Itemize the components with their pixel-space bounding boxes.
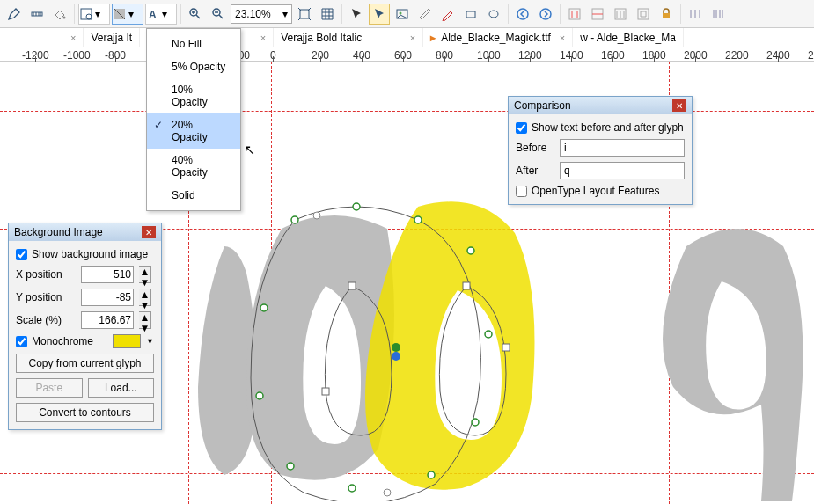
svg-point-27 (287, 463, 294, 470)
after-label: After (516, 164, 554, 177)
svg-point-11 (489, 11, 498, 18)
ruler-tool[interactable] (26, 4, 48, 25)
color-dd[interactable]: ▼ (146, 337, 154, 346)
fill-opacity-dropdown[interactable]: ▾ (112, 4, 143, 25)
panel-title: Background Image (14, 226, 103, 238)
panel-titlebar[interactable]: Background Image ✕ (9, 223, 161, 241)
scale-input[interactable]: 166.67 (81, 311, 134, 329)
tab-verajja-bold-italic[interactable]: Verajja Bold Italic× (274, 28, 423, 47)
measure-tool[interactable] (414, 4, 436, 25)
svg-rect-7 (300, 10, 309, 18)
rect-tool[interactable] (460, 4, 481, 25)
zoom-out-icon[interactable] (208, 4, 229, 25)
menu-item-5[interactable]: 5% Opacity (147, 55, 240, 78)
zoom-select[interactable]: 23.10%▾ (231, 4, 292, 24)
monochrome-checkbox[interactable]: Monochrome (16, 335, 107, 347)
glyph-q (660, 185, 814, 501)
zoom-in-icon[interactable] (185, 4, 206, 25)
scale-spinner[interactable]: ▲▼ (139, 311, 151, 329)
svg-text:A: A (149, 9, 157, 21)
toolbar: ▾ ▾ A▾ 23.10%▾ (0, 0, 814, 28)
shape-pointer-tool[interactable] (369, 4, 390, 25)
tab-label: Verajja Bold Italic (281, 32, 362, 44)
lock-icon[interactable] (656, 4, 677, 25)
svg-rect-17 (638, 9, 649, 19)
svg-point-9 (400, 11, 402, 14)
svg-point-29 (260, 304, 268, 311)
tab-w-alde[interactable]: w - Alde_Blacke_Ma (573, 28, 684, 47)
pointer-tool[interactable] (346, 4, 367, 25)
svg-point-21 (414, 216, 422, 223)
xpos-input[interactable]: 510 (81, 266, 134, 283)
bucket-tool[interactable] (49, 4, 70, 25)
check-icon: ✓ (154, 119, 163, 131)
tab-bar: × Verajja It Verajja Bold× Verajja Bold … (0, 28, 814, 47)
close-icon[interactable]: ✕ (142, 226, 156, 238)
svg-point-36 (392, 352, 400, 361)
ypos-label: Y position (16, 291, 76, 303)
background-image-panel: Background Image ✕ Show background image… (8, 223, 162, 430)
show-text-checkbox[interactable]: Show text before and after glyph (516, 121, 685, 134)
grid-toggle[interactable] (317, 4, 338, 25)
after-input[interactable]: q (560, 162, 685, 179)
tab-label: w - Alde_Blacke_Ma (580, 32, 676, 44)
svg-point-25 (428, 471, 435, 478)
metrics-4[interactable] (633, 4, 654, 25)
svg-rect-31 (463, 282, 470, 289)
panel-titlebar[interactable]: Comparison ✕ (509, 97, 692, 114)
svg-point-34 (384, 489, 391, 496)
forward-icon[interactable] (535, 4, 556, 25)
pen-tool[interactable] (4, 4, 25, 25)
convert-contours-button[interactable]: Convert to contours (16, 403, 154, 422)
svg-point-13 (540, 9, 551, 19)
kern-2[interactable] (708, 4, 729, 25)
ypos-input[interactable]: -85 (81, 289, 134, 306)
close-icon[interactable]: × (410, 33, 415, 43)
edit-tool[interactable] (437, 4, 458, 25)
fill-opacity-menu: No Fill 5% Opacity 10% Opacity ✓20% Opac… (146, 28, 241, 211)
panel-title: Comparison (514, 99, 571, 112)
before-input[interactable]: i (560, 139, 685, 157)
circle-tool[interactable] (483, 4, 504, 25)
back-icon[interactable] (512, 4, 533, 25)
close-icon[interactable]: × (260, 33, 266, 43)
menu-item-20[interactable]: ✓20% Opacity (147, 113, 240, 149)
preview-dropdown[interactable]: ▾ (78, 4, 110, 25)
kern-1[interactable] (685, 4, 706, 25)
ypos-spinner[interactable]: ▲▼ (139, 289, 151, 306)
svg-rect-10 (466, 11, 475, 18)
before-label: Before (516, 142, 554, 154)
fit-icon[interactable] (294, 4, 315, 25)
menu-item-40[interactable]: 40% Opacity (147, 149, 240, 184)
zoom-value: 23.10% (235, 8, 271, 20)
metrics-2[interactable] (587, 4, 608, 25)
svg-point-1 (63, 16, 66, 18)
opentype-checkbox[interactable]: OpenType Layout Features (516, 185, 685, 197)
tab-verajja-it[interactable]: Verajja It (84, 28, 140, 47)
svg-point-28 (256, 392, 263, 399)
menu-item-no-fill[interactable]: No Fill (147, 33, 240, 55)
metrics-3[interactable] (610, 4, 631, 25)
svg-point-19 (291, 216, 298, 223)
tab-label: Verajja It (91, 32, 132, 44)
svg-rect-14 (569, 9, 580, 19)
color-swatch[interactable] (113, 334, 141, 348)
text-dropdown[interactable]: A▾ (145, 4, 177, 25)
close-icon[interactable]: × (560, 33, 565, 43)
load-button[interactable]: Load... (88, 378, 155, 398)
close-icon[interactable]: ✕ (672, 99, 686, 112)
copy-from-glyph-button[interactable]: Copy from current glyph (16, 354, 154, 373)
svg-point-37 (392, 343, 400, 352)
tab-leading-close[interactable]: × (0, 28, 84, 47)
xpos-spinner[interactable]: ▲▼ (139, 266, 151, 283)
svg-point-12 (517, 9, 528, 19)
tab-alde-blacke[interactable]: ▸Alde_Blacke_Magick.ttf× (423, 28, 573, 47)
svg-point-23 (485, 331, 492, 338)
menu-item-solid[interactable]: Solid (147, 184, 240, 207)
show-bg-checkbox[interactable]: Show background image (16, 248, 154, 260)
xpos-label: X position (16, 268, 76, 281)
image-tool[interactable] (392, 4, 413, 25)
close-icon[interactable]: × (70, 33, 76, 43)
menu-item-10[interactable]: 10% Opacity (147, 78, 240, 113)
metrics-1[interactable] (564, 4, 585, 25)
